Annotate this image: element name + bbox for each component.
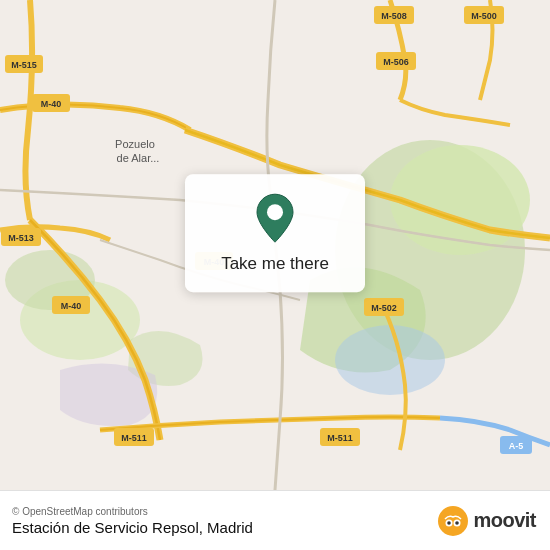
svg-text:M-515: M-515 <box>11 60 37 70</box>
take-me-there-button[interactable]: Take me there <box>221 254 329 274</box>
moovit-logo: moovit <box>437 505 536 537</box>
svg-text:Pozuelo: Pozuelo <box>115 138 155 150</box>
moovit-brand-icon <box>437 505 469 537</box>
bottom-bar: © OpenStreetMap contributors Estación de… <box>0 490 550 550</box>
svg-text:A-5: A-5 <box>509 441 524 451</box>
osm-attribution: © OpenStreetMap contributors <box>12 506 253 517</box>
svg-text:M-500: M-500 <box>471 11 497 21</box>
svg-point-2 <box>390 145 530 255</box>
location-name: Estación de Servicio Repsol, Madrid <box>12 519 253 536</box>
svg-point-32 <box>267 204 283 220</box>
svg-point-5 <box>335 325 445 395</box>
svg-point-36 <box>448 521 452 525</box>
map-container: M-40 M-515 M-40 M-508 M-500 M-506 M-513 … <box>0 0 550 490</box>
svg-text:M-506: M-506 <box>383 57 409 67</box>
svg-point-33 <box>438 506 468 536</box>
svg-text:M-511: M-511 <box>121 433 147 443</box>
svg-text:M-513: M-513 <box>8 233 34 243</box>
moovit-brand-name: moovit <box>473 509 536 532</box>
svg-point-37 <box>456 521 460 525</box>
svg-text:de Alar...: de Alar... <box>117 152 160 164</box>
svg-text:M-508: M-508 <box>381 11 407 21</box>
svg-text:M-40: M-40 <box>41 99 62 109</box>
overlay-card: Take me there <box>185 174 365 292</box>
location-pin-icon <box>253 192 297 244</box>
svg-text:M-40: M-40 <box>61 301 82 311</box>
svg-text:M-511: M-511 <box>327 433 353 443</box>
svg-text:M-502: M-502 <box>371 303 397 313</box>
bottom-info: © OpenStreetMap contributors Estación de… <box>12 506 253 536</box>
